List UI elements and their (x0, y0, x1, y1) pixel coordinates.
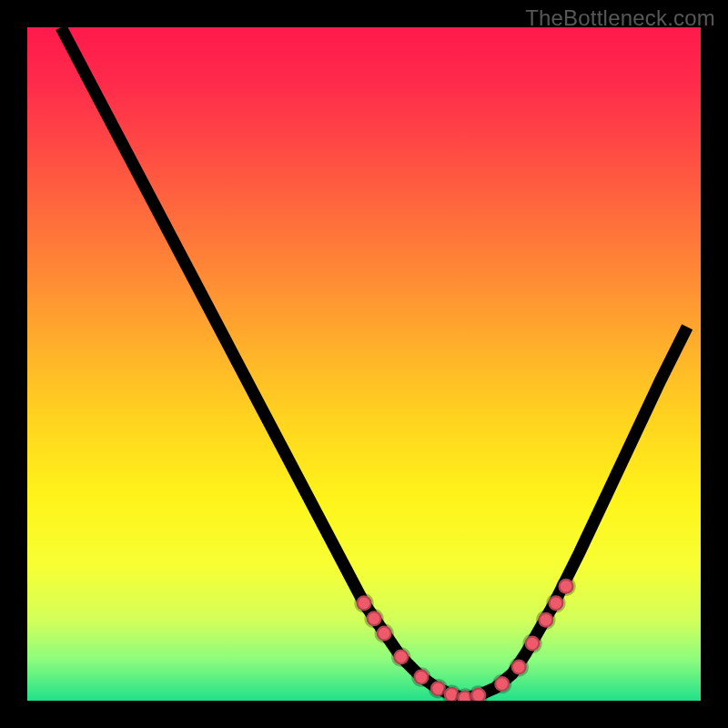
sample-dot (470, 688, 486, 701)
chart-stage: TheBottleneck.com (0, 0, 728, 728)
sample-dot (524, 636, 540, 652)
sample-dot (413, 670, 429, 685)
sample-dot (558, 579, 573, 594)
sample-dot (511, 659, 527, 674)
sample-dot (356, 595, 371, 611)
plot-area (27, 27, 701, 701)
sample-dots-group (356, 579, 573, 701)
sample-dot (393, 649, 409, 664)
sample-dot (538, 612, 553, 628)
sample-dot (548, 595, 563, 611)
sample-dot (494, 676, 510, 692)
sample-dot (377, 625, 392, 641)
chart-svg (27, 27, 701, 701)
bottleneck-curve (61, 27, 687, 698)
sample-dot (367, 611, 382, 626)
